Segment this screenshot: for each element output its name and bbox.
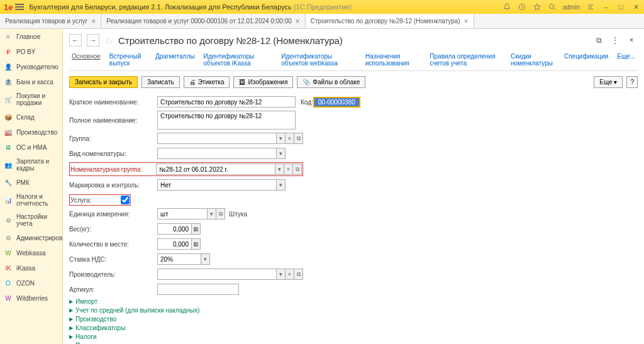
- short-name-input[interactable]: [157, 96, 296, 108]
- dropdown-icon[interactable]: ▾: [208, 208, 216, 219]
- dropdown-icon[interactable]: ▾: [201, 253, 210, 265]
- qty-input[interactable]: [157, 238, 192, 250]
- vat-input[interactable]: [157, 253, 201, 265]
- save-button[interactable]: Записать: [142, 76, 180, 88]
- dropdown-icon[interactable]: ▾: [277, 148, 286, 159]
- subnav-1[interactable]: Встречный выпуск: [109, 53, 147, 67]
- sidebar-item-10[interactable]: 📊Налоги и отчетность: [0, 190, 62, 210]
- menu-dots-icon[interactable]: ⋮: [609, 34, 621, 47]
- sidebar-item-11[interactable]: ⚙Настройки учета: [0, 210, 62, 230]
- cloud-files-button[interactable]: 📎 Файлы в облаке: [297, 76, 365, 88]
- sidebar-item-4[interactable]: 🛒Покупки и продажи: [0, 89, 62, 109]
- sidebar-item-6[interactable]: 🏭Производство: [0, 125, 62, 140]
- subnav-4[interactable]: Идентификаторы объектов webkassa: [281, 53, 357, 67]
- code-label: Код:: [301, 99, 313, 106]
- tab-0[interactable]: Реализация товаров и услуг×: [0, 14, 101, 28]
- service-checkbox[interactable]: [121, 196, 130, 204]
- more-button[interactable]: Еще ▾: [594, 76, 623, 88]
- sidebar-item-3[interactable]: 🏦Банк и касса: [0, 74, 62, 89]
- subnav-6[interactable]: Правила определения счетов учета: [430, 53, 502, 67]
- unit-label: Единица измерения:: [69, 211, 157, 218]
- options-icon[interactable]: [586, 3, 595, 11]
- sidebar-item-16[interactable]: WWildberries: [0, 291, 62, 306]
- subnav-9[interactable]: Еще...: [617, 53, 635, 67]
- close-icon[interactable]: ×: [464, 17, 469, 26]
- sidebar-icon: 🔧: [4, 178, 13, 187]
- sidebar-item-1[interactable]: ₽РО BY: [0, 44, 62, 59]
- dropdown-icon[interactable]: ▾: [277, 269, 286, 280]
- sidebar-icon: 👤: [4, 62, 13, 71]
- sidebar-item-14[interactable]: iKiKassa: [0, 260, 62, 275]
- sidebar-item-12[interactable]: ⚙Администрирование: [0, 230, 62, 245]
- forward-button[interactable]: →: [87, 34, 99, 47]
- group-input[interactable]: [157, 133, 277, 144]
- manufacturer-input[interactable]: [157, 269, 277, 280]
- nom-group-input[interactable]: [156, 164, 275, 175]
- subnav-3[interactable]: Идентификаторы объектов iKassa: [203, 53, 272, 67]
- sidebar-item-5[interactable]: 📦Склад: [0, 109, 62, 125]
- close-icon[interactable]: ×: [91, 17, 96, 26]
- open-icon[interactable]: ⧉: [294, 133, 303, 144]
- vat-label: Ставка НДС:: [69, 256, 157, 263]
- subnav-0[interactable]: Основное: [72, 53, 101, 67]
- close-window-icon[interactable]: ✕: [631, 3, 640, 11]
- type-input[interactable]: [157, 148, 277, 159]
- maximize-icon[interactable]: □: [616, 3, 625, 11]
- sidebar-item-13[interactable]: WWebkassa: [0, 245, 62, 260]
- clear-icon[interactable]: ×: [286, 133, 294, 144]
- sidebar-item-8[interactable]: 👥Зарплата и кадры: [0, 155, 62, 175]
- detach-icon[interactable]: ⧉: [592, 34, 605, 47]
- dropdown-icon[interactable]: ▾: [277, 133, 286, 144]
- code-value[interactable]: 00-00000380: [313, 97, 360, 108]
- user-label[interactable]: admin: [563, 4, 580, 11]
- unit-input[interactable]: [157, 208, 208, 219]
- weight-input[interactable]: [157, 223, 192, 235]
- sidebar-item-15[interactable]: OOZON: [0, 275, 62, 291]
- marking-input[interactable]: [157, 179, 277, 191]
- clear-icon[interactable]: ×: [286, 269, 294, 280]
- subnav-2[interactable]: Драгметаллы: [155, 53, 195, 67]
- expander-1[interactable]: ▶Учет по средней (для выписки накладных): [69, 307, 638, 314]
- star-icon[interactable]: [533, 3, 541, 11]
- bell-icon[interactable]: [502, 3, 511, 11]
- save-close-button[interactable]: Записать и закрыть: [69, 76, 138, 88]
- subnav-8[interactable]: Спецификации: [564, 53, 608, 67]
- stepper-icon[interactable]: ▦: [192, 238, 201, 250]
- stepper-icon[interactable]: ▦: [192, 223, 201, 235]
- full-name-input[interactable]: Строительство по договру №28-12: [157, 111, 296, 130]
- expander-2[interactable]: ▶Производство: [69, 316, 638, 323]
- images-button[interactable]: 🖼 Изображения: [233, 76, 293, 88]
- history-icon[interactable]: [518, 3, 526, 11]
- subnav-5[interactable]: Назначения использования: [365, 53, 421, 67]
- sidebar-item-7[interactable]: 🖥ОС и НМА: [0, 140, 62, 155]
- label-button[interactable]: 🖨 Этикетка: [184, 76, 230, 88]
- clear-icon[interactable]: ×: [284, 164, 293, 175]
- sidebar-label: Webkassa: [16, 250, 46, 257]
- search-icon[interactable]: [548, 3, 557, 11]
- open-icon[interactable]: ⧉: [216, 208, 225, 219]
- app-title: Бухгалтерия для Беларуси, редакция 2.1. …: [29, 3, 502, 11]
- expander-4[interactable]: ▶Налоги: [69, 333, 638, 340]
- article-input[interactable]: [157, 284, 239, 295]
- subnav-7[interactable]: Скидки номенклатуры: [511, 53, 555, 67]
- sidebar-icon: ₽: [4, 47, 13, 56]
- menu-icon[interactable]: [15, 4, 24, 10]
- sidebar-item-9[interactable]: 🔧РМК: [0, 175, 62, 190]
- tab-1[interactable]: Реализация товаров и услуг 0000-000106 о…: [101, 14, 306, 28]
- open-icon[interactable]: ⧉: [294, 269, 303, 280]
- sidebar-label: Зарплата и кадры: [16, 158, 58, 172]
- help-button[interactable]: ?: [626, 76, 638, 88]
- sidebar-item-0[interactable]: ≡Главное: [0, 29, 62, 44]
- close-form-icon[interactable]: ×: [625, 34, 638, 47]
- minimize-icon[interactable]: –: [601, 3, 610, 11]
- tab-2[interactable]: Строительство по договру №28-12 (Номенкл…: [306, 14, 474, 28]
- close-icon[interactable]: ×: [296, 17, 300, 26]
- expander-0[interactable]: ▶Импорт: [69, 298, 638, 305]
- back-button[interactable]: ←: [69, 34, 82, 47]
- dropdown-icon[interactable]: ▾: [275, 164, 284, 175]
- dropdown-icon[interactable]: ▾: [277, 179, 286, 191]
- expander-3[interactable]: ▶Классификаторы: [69, 325, 638, 331]
- open-icon[interactable]: ⧉: [293, 164, 302, 175]
- sidebar-item-2[interactable]: 👤Руководителю: [0, 59, 62, 74]
- favorite-icon[interactable]: ☆: [104, 35, 113, 47]
